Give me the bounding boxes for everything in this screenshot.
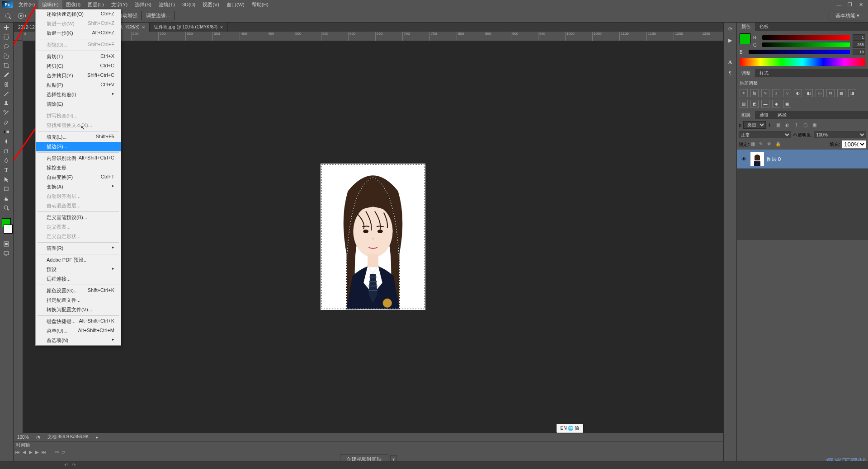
hand-tool[interactable] bbox=[0, 194, 12, 203]
photo-canvas[interactable] bbox=[321, 164, 425, 310]
adj-posterize-icon[interactable]: ▤ bbox=[740, 100, 748, 108]
lock-position-icon[interactable]: ✥ bbox=[767, 141, 774, 148]
edit-menu-item[interactable]: 清理(R)▸ bbox=[36, 244, 121, 253]
tab-close-icon[interactable]: × bbox=[142, 25, 145, 30]
canvas-content[interactable] bbox=[23, 41, 723, 433]
color-preview[interactable] bbox=[740, 33, 750, 44]
tl-last-icon[interactable]: ⏭ bbox=[42, 450, 46, 455]
b-input[interactable] bbox=[853, 49, 865, 55]
filter-type-icon[interactable]: T bbox=[793, 122, 800, 129]
zoom-icon[interactable]: ◔ bbox=[36, 435, 40, 440]
path-select-tool[interactable] bbox=[0, 175, 12, 184]
color-spectrum[interactable] bbox=[740, 58, 865, 66]
tl-first-icon[interactable]: ⏮ bbox=[15, 450, 20, 455]
brush-tool[interactable] bbox=[0, 89, 12, 98]
minimize-button[interactable]: — bbox=[834, 1, 844, 8]
edit-menu-item[interactable]: 变换(A)▸ bbox=[36, 182, 121, 192]
g-input[interactable] bbox=[853, 42, 865, 48]
lock-pixels-icon[interactable]: ✎ bbox=[759, 141, 765, 148]
marquee-tool[interactable] bbox=[0, 33, 12, 42]
background-color[interactable] bbox=[4, 225, 13, 234]
edit-menu-item[interactable]: 首选项(N)▸ bbox=[36, 336, 121, 345]
tl-next-icon[interactable]: ▶ bbox=[35, 450, 39, 455]
footer-redo-icon[interactable]: ↷ bbox=[72, 462, 76, 468]
crop-tool[interactable] bbox=[0, 61, 12, 70]
g-slider[interactable] bbox=[762, 42, 850, 47]
adj-exposure-icon[interactable]: ± bbox=[772, 89, 780, 97]
menu-edit[interactable]: 编辑(E) bbox=[38, 0, 62, 9]
edit-menu-item[interactable]: 选择性粘贴(I)▸ bbox=[36, 90, 121, 99]
footer-undo-icon[interactable]: ↶ bbox=[64, 462, 68, 468]
pen-tool[interactable] bbox=[0, 156, 12, 165]
adj-threshold-icon[interactable]: ◩ bbox=[750, 100, 759, 108]
r-input[interactable] bbox=[853, 34, 865, 41]
adj-brightness-icon[interactable]: ☀ bbox=[740, 89, 748, 97]
adj-invert-icon[interactable]: ◨ bbox=[848, 89, 856, 97]
edit-menu-item[interactable]: 定义画笔预设(B)... bbox=[36, 213, 121, 222]
edit-menu-item[interactable]: 描边(S)... bbox=[36, 142, 121, 151]
edit-menu-item[interactable]: 后退一步(K)Alt+Ctrl+Z bbox=[36, 28, 121, 38]
tl-prev-icon[interactable]: ◀ bbox=[23, 450, 26, 455]
menu-filter[interactable]: 滤镜(T) bbox=[155, 0, 179, 9]
quick-select-tool[interactable] bbox=[0, 52, 12, 61]
eyedropper-tool[interactable] bbox=[0, 70, 12, 80]
blend-mode-select[interactable]: 正常 bbox=[739, 131, 791, 138]
brush-preset-icon[interactable] bbox=[15, 11, 29, 20]
zoom-tool[interactable] bbox=[0, 203, 12, 212]
styles-tab[interactable]: 样式 bbox=[755, 69, 773, 77]
edit-menu-item[interactable]: 自由变换(F)Ctrl+T bbox=[36, 173, 121, 182]
swatches-tab[interactable]: 色板 bbox=[755, 23, 773, 31]
shape-tool[interactable] bbox=[0, 184, 12, 193]
adj-lookup-icon[interactable]: ▦ bbox=[837, 89, 845, 97]
layer-filter-select[interactable]: 类型 bbox=[743, 121, 766, 129]
adj-vibrance-icon[interactable]: ▽ bbox=[783, 89, 791, 97]
edit-menu-item[interactable]: 内容识别比例Alt+Shift+Ctrl+C bbox=[36, 154, 121, 163]
adjustments-tab[interactable]: 调整 bbox=[737, 69, 755, 77]
visibility-icon[interactable]: 👁 bbox=[740, 156, 748, 162]
type-tool[interactable]: T bbox=[0, 165, 12, 174]
history-brush-tool[interactable] bbox=[0, 108, 12, 117]
adj-selective-icon[interactable]: ◆ bbox=[772, 100, 780, 108]
edit-menu-item[interactable]: 转换为配置文件(V)... bbox=[36, 305, 121, 314]
filter-shape-icon[interactable]: ▢ bbox=[802, 122, 809, 129]
zoom-level[interactable]: 100% bbox=[17, 435, 29, 440]
edit-menu-item[interactable]: 填充(L)...Shift+F5 bbox=[36, 132, 121, 142]
edit-menu-item[interactable]: 清除(E) bbox=[36, 99, 121, 109]
fill-select[interactable]: 100% bbox=[842, 140, 866, 149]
menu-window[interactable]: 窗口(W) bbox=[223, 0, 248, 9]
dock-history-icon[interactable]: ⟳ bbox=[724, 24, 736, 34]
gradient-tool[interactable] bbox=[0, 127, 12, 136]
paths-tab[interactable]: 路径 bbox=[773, 111, 791, 119]
edit-menu-item[interactable]: 指定配置文件... bbox=[36, 295, 121, 305]
eraser-tool[interactable] bbox=[0, 118, 12, 127]
dodge-tool[interactable] bbox=[0, 146, 12, 155]
edit-menu-item[interactable]: Adobe PDF 预设... bbox=[36, 255, 121, 265]
adj-photo-filter-icon[interactable]: ▭ bbox=[816, 89, 824, 97]
adj-bw-icon[interactable]: ◧ bbox=[805, 89, 813, 97]
r-slider[interactable] bbox=[762, 35, 850, 40]
menu-file[interactable]: 文件(F) bbox=[15, 0, 38, 9]
color-tab[interactable]: 颜色 bbox=[737, 23, 755, 31]
dock-play-icon[interactable]: ▶ bbox=[724, 35, 736, 45]
menu-select[interactable]: 选择(S) bbox=[131, 0, 155, 9]
menu-type[interactable]: 文字(Y) bbox=[108, 0, 132, 9]
lock-trans-icon[interactable]: ▦ bbox=[751, 141, 757, 148]
menu-layer[interactable]: 图层(L) bbox=[84, 0, 107, 9]
dock-para-icon[interactable]: ¶ bbox=[724, 68, 736, 78]
layer-thumbnail[interactable] bbox=[750, 152, 764, 166]
healing-tool[interactable] bbox=[0, 80, 12, 89]
stamp-tool[interactable] bbox=[0, 99, 12, 108]
tab-close-icon[interactable]: × bbox=[220, 25, 223, 30]
dock-char-icon[interactable]: A bbox=[724, 57, 736, 67]
adj-color-lookup-icon[interactable]: ▣ bbox=[783, 100, 791, 108]
menu-view[interactable]: 视图(V) bbox=[199, 0, 223, 9]
layer-name-label[interactable]: 图层 0 bbox=[767, 156, 781, 163]
workspace-switcher[interactable]: 基本功能 ▾ bbox=[829, 11, 866, 20]
refine-edge-button[interactable]: 调整边缘... bbox=[141, 11, 175, 20]
edit-menu-item[interactable]: 还原快速选择(O)Ctrl+Z bbox=[36, 9, 121, 19]
filter-smart-icon[interactable]: ▣ bbox=[811, 122, 818, 129]
menu-image[interactable]: 图像(I) bbox=[62, 0, 84, 9]
edit-menu-item[interactable]: 剪切(T)Ctrl+X bbox=[36, 52, 121, 61]
edit-menu-item[interactable]: 拷贝(C)Ctrl+C bbox=[36, 61, 121, 71]
channels-tab[interactable]: 通道 bbox=[755, 111, 773, 119]
